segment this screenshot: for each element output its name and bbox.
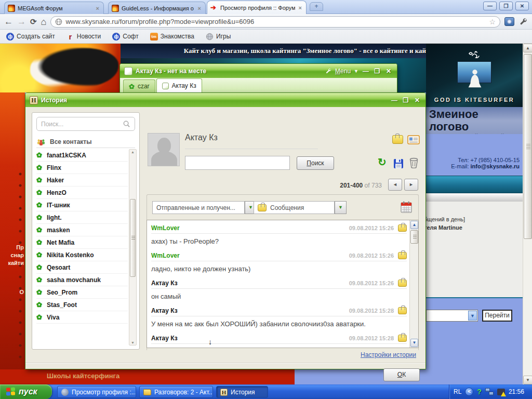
bookmark-news[interactable]: rНовости xyxy=(66,33,101,41)
save-icon[interactable] xyxy=(393,158,404,169)
warning-tray-icon[interactable] xyxy=(497,389,505,395)
tab-close-icon[interactable]: × xyxy=(95,5,100,11)
contact-card-icon[interactable] xyxy=(407,135,420,144)
wrench-icon[interactable] xyxy=(325,68,332,75)
start-button[interactable]: пуск xyxy=(0,384,52,399)
history-settings-link[interactable]: Настройки истории xyxy=(361,351,416,358)
taskbar-task-qip[interactable]: Разговоров: 2 - Акт... xyxy=(139,386,213,398)
scroll-down-arrow[interactable]: ▼ xyxy=(130,341,136,344)
message-text: он самый xyxy=(151,289,407,305)
chevron-down-icon[interactable]: ▼ xyxy=(335,201,347,214)
history-search-button[interactable]: Поиск xyxy=(297,156,334,170)
refresh-icon[interactable]: ↻ xyxy=(378,157,387,167)
list-item[interactable]: ✿Stas_Foot xyxy=(36,299,128,311)
contacts-scrollbar[interactable]: ▲ ▼ xyxy=(129,149,137,345)
list-item[interactable]: ✿HenzO xyxy=(36,187,128,199)
list-item[interactable]: ✿Nikita Kostenko xyxy=(36,249,128,261)
wrench-menu-icon[interactable] xyxy=(518,17,528,26)
reload-button[interactable]: ⟳ xyxy=(30,18,37,25)
list-item[interactable]: ✿Flinx xyxy=(36,162,128,174)
history-titlebar[interactable]: H История — ❐ ✕ xyxy=(25,93,425,107)
browser-tab-1[interactable]: MEGAsoft Форум × xyxy=(4,2,104,14)
forum-go-button[interactable]: Перейти xyxy=(482,310,512,322)
calendar-icon[interactable] xyxy=(401,201,412,213)
extension-icon[interactable] xyxy=(504,17,514,26)
scroll-down-arrow[interactable]: ▼ xyxy=(410,339,418,347)
prev-page-button[interactable]: ◄ xyxy=(388,179,402,191)
globe-icon xyxy=(55,18,62,25)
list-item[interactable]: ✿Viva xyxy=(36,311,128,324)
page-scrollbar[interactable]: ▲ ▼ xyxy=(523,44,532,384)
contact-name: light. xyxy=(47,214,62,221)
site-phone: Тел: +7 (985) 410-05-15 xyxy=(458,157,520,163)
site-contacts: Тел: +7 (985) 410-05-15 E-mail: info@sky… xyxy=(426,134,523,171)
scrollbar-thumb[interactable] xyxy=(410,230,418,244)
address-bar[interactable]: www.skysnake.ru/forum/profile.php?mode=v… xyxy=(50,16,500,28)
scroll-up-arrow[interactable]: ▲ xyxy=(130,150,136,154)
messages-scrollbar[interactable]: ▲ ▼ xyxy=(409,220,418,348)
all-contacts-header[interactable]: Все контакты xyxy=(36,136,135,148)
qip-close-button[interactable]: ✕ xyxy=(384,68,393,75)
tab-close-icon[interactable]: × xyxy=(298,5,303,11)
scroll-up-arrow[interactable]: ▲ xyxy=(410,221,418,229)
language-indicator[interactable]: RL xyxy=(454,388,461,395)
type-filter-dropdown[interactable]: Сообщения xyxy=(254,201,335,214)
scrollbar-thumb[interactable] xyxy=(524,54,532,239)
history-close-button[interactable]: ✕ xyxy=(413,97,421,104)
chevron-down-icon[interactable]: ▼ xyxy=(468,311,477,321)
history-search-input[interactable] xyxy=(185,156,290,170)
network-tray-icon[interactable] xyxy=(485,388,494,395)
home-button[interactable]: ⌂ xyxy=(41,17,47,26)
contacts-search-input[interactable]: Поиск... xyxy=(36,117,135,131)
list-item[interactable]: ✿masken xyxy=(36,224,128,236)
forward-button[interactable]: → xyxy=(17,17,26,26)
list-item[interactable]: ✿IT-шник xyxy=(36,199,128,211)
list-item[interactable]: ✿Haker xyxy=(36,174,128,187)
note-icon[interactable] xyxy=(392,135,403,144)
qip-menu-button[interactable]: Menu xyxy=(335,68,351,75)
scrollbar-thumb[interactable] xyxy=(130,199,136,277)
chevron-down-icon[interactable]: ▼ xyxy=(354,69,358,74)
trash-icon[interactable] xyxy=(409,157,419,168)
icq-flower-icon: ✿ xyxy=(129,83,135,90)
back-button[interactable]: ← xyxy=(4,17,13,26)
bookmark-games[interactable]: Игры xyxy=(206,33,231,41)
bookmark-soft[interactable]: фСофт xyxy=(112,33,138,41)
list-item[interactable]: ✿sasha movchanuk xyxy=(36,274,128,286)
qip-maximize-button[interactable]: ❐ xyxy=(373,68,381,75)
new-tab-button[interactable]: + xyxy=(310,2,323,11)
close-button[interactable]: ✕ xyxy=(515,2,529,10)
tab-close-icon[interactable]: × xyxy=(197,5,202,11)
history-minimize-button[interactable]: — xyxy=(390,97,398,104)
schools-link[interactable]: Школы кайтсерфинга xyxy=(47,372,119,380)
scroll-up-arrow[interactable]: ▲ xyxy=(523,44,532,52)
restore-button[interactable]: ❐ xyxy=(499,2,513,10)
history-maximize-button[interactable]: ❐ xyxy=(402,97,410,104)
bookmark-create-site[interactable]: фСоздать сайт xyxy=(6,33,55,41)
qip-tab-czar[interactable]: ✿ czar xyxy=(123,79,155,92)
taskbar-task-history[interactable]: H История xyxy=(216,386,268,398)
tray-collapse-icon[interactable]: < xyxy=(465,388,473,396)
list-item[interactable]: ✿fanat1kCSKA xyxy=(36,149,128,162)
direction-filter-dropdown[interactable]: Отправленные и получен... xyxy=(152,201,245,214)
message-author: WmLover xyxy=(151,224,345,232)
email-value[interactable]: info@skysnake.ru xyxy=(471,163,520,169)
list-item[interactable]: ✿light. xyxy=(36,211,128,224)
bookmark-dating[interactable]: tmЗнакомства xyxy=(150,33,194,41)
browser-tab-2[interactable]: GuideLess - Информация о по × xyxy=(108,2,206,14)
list-item[interactable]: ✿Qesoart xyxy=(36,261,128,274)
qip-titlebar[interactable]: Актау Кз - нет на месте Menu ▼ — ❐ ✕ xyxy=(120,64,397,78)
list-item[interactable]: ✿Seo_Prom xyxy=(36,286,128,299)
scroll-down-arrow[interactable]: ▼ xyxy=(523,376,532,384)
forum-jump-select[interactable]: ▼ xyxy=(426,310,478,322)
list-item[interactable]: ✿Net Mafia xyxy=(36,236,128,249)
browser-tab-3-active[interactable]: ➔ Просмотр профиля :: Форум × xyxy=(207,1,307,14)
next-page-button[interactable]: ► xyxy=(404,179,418,191)
qip-minimize-button[interactable]: — xyxy=(362,68,370,75)
ok-button[interactable]: ОК xyxy=(383,368,420,381)
bookmark-star-icon[interactable]: ☆ xyxy=(489,18,496,26)
taskbar-task-browser[interactable]: Просмотр профиля :... xyxy=(57,386,136,398)
qip-tab-aktau[interactable]: Актау Кз xyxy=(156,78,202,92)
help-tray-icon[interactable]: ? xyxy=(477,388,482,396)
minimize-button[interactable]: — xyxy=(483,2,497,10)
